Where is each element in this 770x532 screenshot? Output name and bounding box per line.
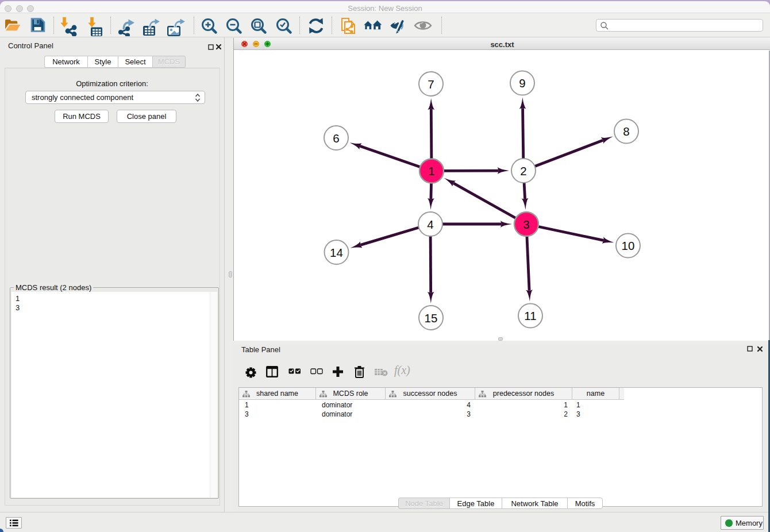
svg-text:7: 7: [428, 78, 434, 91]
svg-text:10: 10: [622, 239, 635, 252]
svg-text:8: 8: [623, 125, 629, 138]
svg-text:11: 11: [524, 309, 536, 322]
svg-text:6: 6: [333, 132, 339, 145]
svg-text:9: 9: [519, 76, 525, 90]
svg-text:4: 4: [427, 218, 433, 231]
svg-text:14: 14: [330, 246, 343, 259]
svg-text:3: 3: [523, 218, 529, 231]
svg-text:1: 1: [428, 164, 434, 178]
svg-text:15: 15: [425, 311, 438, 325]
svg-text:2: 2: [520, 164, 526, 178]
